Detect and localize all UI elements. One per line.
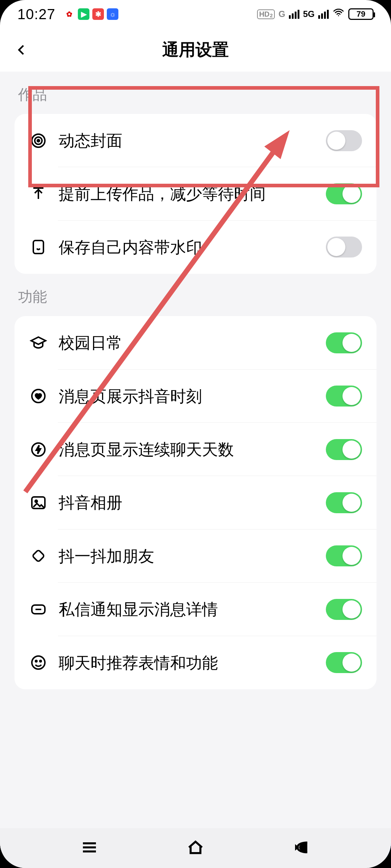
signal-bars-icon bbox=[289, 10, 299, 19]
emoji-icon bbox=[29, 653, 48, 672]
message-icon bbox=[29, 600, 48, 619]
toggle-dm-detail[interactable] bbox=[326, 599, 362, 620]
status-app-icons: ✿ ▶ ✱ ☼ bbox=[63, 8, 118, 20]
app-icon: ✱ bbox=[92, 8, 104, 20]
card-works: 动态封面 提前上传作品，减少等待时间 保存自己内容带水印 bbox=[14, 114, 377, 274]
back-button[interactable] bbox=[11, 39, 33, 61]
row-dynamic-cover[interactable]: 动态封面 bbox=[14, 114, 377, 167]
svg-point-2 bbox=[37, 140, 39, 142]
row-watermark[interactable]: 保存自己内容带水印 bbox=[14, 221, 377, 274]
row-album[interactable]: 抖音相册 bbox=[14, 476, 377, 529]
row-dm-detail[interactable]: 私信通知显示消息详情 bbox=[14, 583, 377, 636]
app-icon: ▶ bbox=[78, 8, 89, 20]
status-bar: 10:27 ✿ ▶ ✱ ☼ HD2 G 5G 79 bbox=[0, 0, 391, 28]
row-label: 消息页展示抖音时刻 bbox=[59, 386, 315, 407]
image-icon bbox=[29, 493, 48, 512]
upload-icon bbox=[29, 184, 48, 203]
nav-back-button[interactable] bbox=[292, 838, 311, 859]
row-label: 动态封面 bbox=[59, 130, 315, 151]
svg-point-11 bbox=[32, 656, 45, 669]
section-label-works: 作品 bbox=[0, 72, 391, 114]
status-right: HD2 G 5G 79 bbox=[257, 7, 374, 22]
nav-home-button[interactable] bbox=[186, 838, 205, 859]
toggle-chat-days[interactable] bbox=[326, 439, 362, 460]
row-label: 抖一抖加朋友 bbox=[59, 545, 315, 567]
card-features: 校园日常 消息页展示抖音时刻 消息页显示连续聊天天数 bbox=[14, 316, 377, 689]
row-chat-days[interactable]: 消息页显示连续聊天天数 bbox=[14, 423, 377, 476]
app-icon: ✿ bbox=[63, 8, 75, 20]
system-navbar bbox=[0, 828, 391, 868]
svg-rect-8 bbox=[32, 550, 45, 562]
row-moments[interactable]: 消息页展示抖音时刻 bbox=[14, 370, 377, 423]
toggle-emoji-suggest[interactable] bbox=[326, 652, 362, 673]
row-shake[interactable]: 抖一抖加朋友 bbox=[14, 529, 377, 583]
row-label: 聊天时推荐表情和功能 bbox=[59, 652, 315, 673]
network-label: G bbox=[278, 9, 285, 19]
row-label: 消息页显示连续聊天天数 bbox=[59, 439, 315, 460]
wifi-icon bbox=[332, 7, 345, 22]
toggle-shake[interactable] bbox=[326, 545, 362, 566]
toggle-preupload[interactable] bbox=[326, 183, 362, 204]
graduation-icon bbox=[29, 333, 48, 352]
network-label-5g: 5G bbox=[303, 9, 315, 19]
chevron-left-icon bbox=[15, 43, 28, 56]
toggle-album[interactable] bbox=[326, 492, 362, 513]
battery-icon: 79 bbox=[348, 8, 374, 20]
status-left: 10:27 ✿ ▶ ✱ ☼ bbox=[17, 6, 118, 22]
content-scroll[interactable]: 作品 动态封面 提前上传作品，减少等待时间 保存自己内容 bbox=[0, 72, 391, 828]
row-label: 抖音相册 bbox=[59, 492, 315, 513]
row-campus[interactable]: 校园日常 bbox=[14, 316, 377, 369]
toggle-campus[interactable] bbox=[326, 332, 362, 353]
shake-icon bbox=[29, 546, 48, 565]
section-label-features: 功能 bbox=[0, 274, 391, 316]
svg-point-7 bbox=[35, 500, 37, 502]
status-time: 10:27 bbox=[17, 6, 55, 22]
camera-target-icon bbox=[29, 131, 48, 150]
nav-recent-button[interactable] bbox=[80, 838, 99, 859]
lightning-icon bbox=[29, 440, 48, 459]
row-preupload[interactable]: 提前上传作品，减少等待时间 bbox=[14, 167, 377, 220]
toggle-moments[interactable] bbox=[326, 386, 362, 407]
row-label: 保存自己内容带水印 bbox=[59, 237, 315, 258]
svg-point-12 bbox=[35, 660, 37, 662]
signal-bars-icon bbox=[318, 10, 329, 19]
row-label: 提前上传作品，减少等待时间 bbox=[59, 183, 315, 204]
toggle-dynamic-cover[interactable] bbox=[326, 130, 362, 151]
page-title: 通用设置 bbox=[162, 39, 229, 61]
row-label: 校园日常 bbox=[59, 332, 315, 353]
save-device-icon bbox=[29, 238, 48, 256]
page-header: 通用设置 bbox=[0, 28, 391, 72]
app-icon: ☼ bbox=[107, 8, 118, 20]
hd-badge: HD2 bbox=[257, 9, 275, 19]
row-label: 私信通知显示消息详情 bbox=[59, 599, 315, 620]
row-emoji-suggest[interactable]: 聊天时推荐表情和功能 bbox=[14, 636, 377, 689]
toggle-watermark[interactable] bbox=[326, 237, 362, 258]
heart-circle-icon bbox=[29, 387, 48, 405]
svg-point-13 bbox=[40, 660, 41, 662]
svg-rect-3 bbox=[33, 241, 43, 254]
